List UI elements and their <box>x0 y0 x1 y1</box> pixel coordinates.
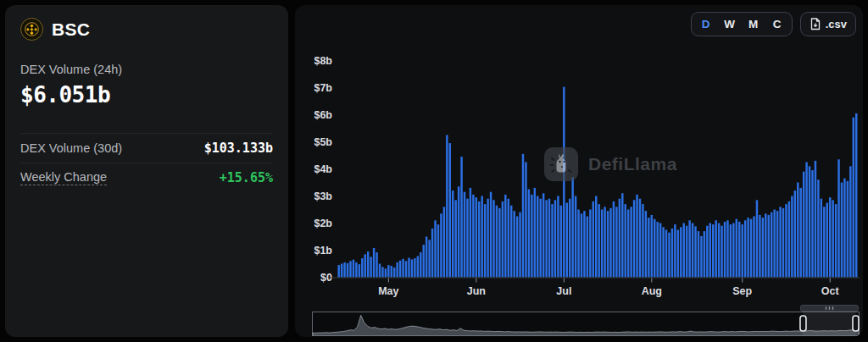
volume-bar[interactable] <box>682 223 684 278</box>
volume-bar[interactable] <box>387 265 389 277</box>
volume-bar[interactable] <box>414 258 415 277</box>
volume-bar[interactable] <box>750 219 752 278</box>
volume-bar[interactable] <box>385 268 387 277</box>
volume-bar[interactable] <box>832 200 833 277</box>
volume-bar[interactable] <box>376 252 377 277</box>
volume-bar[interactable] <box>841 183 843 278</box>
volume-bar[interactable] <box>823 207 825 277</box>
volume-bar[interactable] <box>417 256 419 278</box>
volume-bar[interactable] <box>771 212 772 278</box>
volume-bar[interactable] <box>343 262 345 278</box>
volume-bar[interactable] <box>589 210 591 278</box>
volume-bar[interactable] <box>476 197 477 277</box>
volume-bar[interactable] <box>668 233 670 278</box>
volume-bar[interactable] <box>715 220 716 277</box>
volume-bar[interactable] <box>513 211 515 277</box>
volume-bar[interactable] <box>604 207 605 277</box>
volume-bar[interactable] <box>431 229 433 278</box>
volume-bar[interactable] <box>762 218 764 277</box>
volume-bar[interactable] <box>747 218 748 277</box>
volume-bar[interactable] <box>721 226 722 278</box>
volume-bar[interactable] <box>472 195 474 278</box>
volume-bar[interactable] <box>478 201 480 278</box>
volume-bar[interactable] <box>496 206 498 278</box>
volume-bar[interactable] <box>399 261 401 278</box>
volume-bar[interactable] <box>484 204 486 277</box>
volume-bar[interactable] <box>704 231 705 277</box>
volume-bar[interactable] <box>732 223 734 278</box>
volume-bar[interactable] <box>434 220 436 277</box>
volume-bar[interactable] <box>621 193 623 277</box>
volume-bar[interactable] <box>615 207 617 277</box>
volume-bar[interactable] <box>548 199 550 278</box>
volume-bar[interactable] <box>718 223 720 278</box>
volume-bar[interactable] <box>551 204 553 277</box>
volume-bar[interactable] <box>379 264 381 278</box>
volume-bar[interactable] <box>665 230 667 278</box>
volume-bar[interactable] <box>837 159 839 277</box>
volume-bar[interactable] <box>367 251 369 277</box>
volume-bar[interactable] <box>542 193 544 277</box>
volume-bar[interactable] <box>498 208 500 278</box>
volume-bar[interactable] <box>619 199 620 278</box>
volume-bar[interactable] <box>671 229 673 278</box>
volume-bar[interactable] <box>698 231 699 277</box>
volume-bar[interactable] <box>692 223 693 278</box>
volume-bar[interactable] <box>534 188 536 278</box>
volume-bar[interactable] <box>408 257 409 277</box>
volume-bar[interactable] <box>613 201 615 278</box>
volume-bar[interactable] <box>712 224 714 277</box>
volume-bar[interactable] <box>785 204 787 277</box>
volume-bar[interactable] <box>642 204 643 277</box>
volume-bar[interactable] <box>656 222 658 278</box>
volume-bar[interactable] <box>510 206 512 278</box>
volume-bar[interactable] <box>730 224 732 277</box>
volume-bar[interactable] <box>504 195 506 278</box>
volume-bar[interactable] <box>370 257 371 278</box>
volume-bar[interactable] <box>566 203 568 278</box>
volume-bar[interactable] <box>361 258 363 277</box>
interval-button-w[interactable]: W <box>718 13 742 36</box>
volume-bar[interactable] <box>364 254 365 277</box>
volume-bar[interactable] <box>636 195 637 278</box>
volume-bar[interactable] <box>481 196 482 278</box>
volume-bar[interactable] <box>460 157 462 277</box>
volume-bar[interactable] <box>724 222 726 278</box>
volume-bar[interactable] <box>624 204 626 277</box>
interval-button-m[interactable]: M <box>742 13 765 36</box>
volume-bar[interactable] <box>598 204 599 277</box>
volume-bar[interactable] <box>531 195 532 278</box>
volume-bar[interactable] <box>630 207 632 277</box>
timeline-brush[interactable] <box>312 305 860 337</box>
volume-bar[interactable] <box>581 213 582 277</box>
brush-handle-right[interactable] <box>853 316 859 331</box>
volume-bar[interactable] <box>738 222 740 278</box>
volume-bar[interactable] <box>464 192 465 278</box>
volume-bar[interactable] <box>487 199 488 278</box>
volume-bar[interactable] <box>563 87 565 278</box>
volume-bar[interactable] <box>443 207 445 277</box>
volume-bar[interactable] <box>391 266 392 277</box>
volume-bar[interactable] <box>355 262 357 278</box>
volume-bar[interactable] <box>609 208 611 278</box>
volume-bar[interactable] <box>700 236 702 278</box>
volume-bar[interactable] <box>353 260 354 278</box>
volume-bar[interactable] <box>797 183 798 278</box>
volume-bar[interactable] <box>680 227 682 277</box>
download-csv-button[interactable]: .csv <box>800 12 856 36</box>
volume-bar[interactable] <box>571 177 573 277</box>
volume-bar[interactable] <box>662 227 664 277</box>
volume-bar[interactable] <box>490 192 492 278</box>
volume-bar[interactable] <box>426 237 427 278</box>
volume-bar[interactable] <box>803 172 804 278</box>
volume-bar[interactable] <box>776 211 778 277</box>
volume-bar[interactable] <box>741 224 743 277</box>
volume-bar[interactable] <box>446 135 448 278</box>
volume-bar[interactable] <box>393 268 395 278</box>
volume-bar[interactable] <box>855 113 857 278</box>
volume-bar[interactable] <box>706 226 708 278</box>
volume-bar[interactable] <box>405 261 407 277</box>
volume-bar[interactable] <box>381 267 383 277</box>
volume-bar[interactable] <box>492 200 494 277</box>
volume-bar[interactable] <box>458 186 459 277</box>
